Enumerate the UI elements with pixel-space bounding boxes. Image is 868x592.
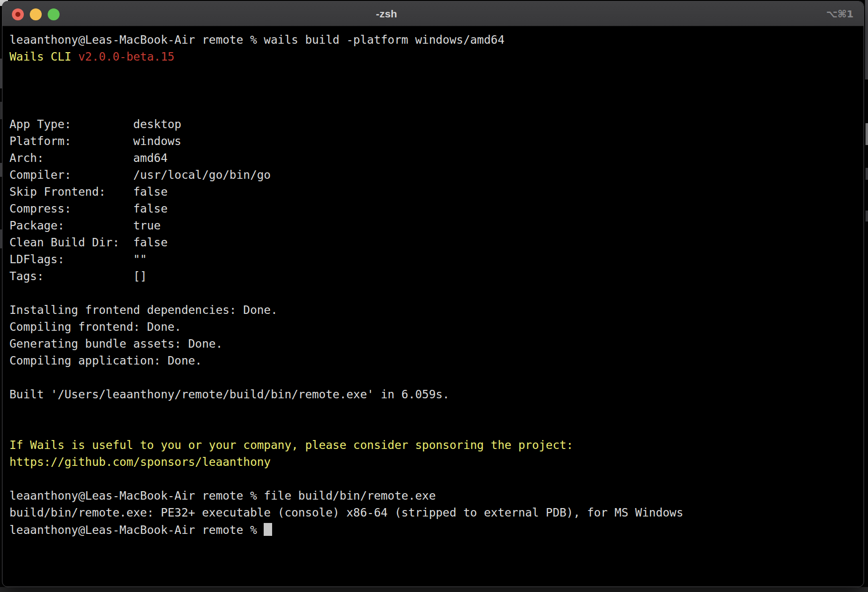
terminal-line: Arch: amd64 [9,149,864,166]
terminal-text: Compiling application: Done. [9,354,202,367]
window-titlebar[interactable]: -zsh ⌥⌘1 [2,1,864,26]
terminal-line: LDFlags: "" [9,251,864,268]
terminal-text: Generating bundle assets: Done. [9,337,222,350]
terminal-text: leaanthony@Leas-MacBook-Air remote % fil… [9,489,436,502]
terminal-line [9,369,864,386]
terminal-line [9,65,864,82]
terminal-text: Arch: amd64 [9,151,168,164]
terminal-line: Skip Frontend: false [9,183,864,200]
terminal-line [9,285,864,301]
terminal-line: App Type: desktop [9,116,864,133]
terminal-text: Installing frontend dependencies: Done. [9,303,278,316]
terminal-line: Platform: windows [9,133,864,149]
terminal-line: leaanthony@Leas-MacBook-Air remote % fil… [9,487,864,504]
terminal-window: -zsh ⌥⌘1 leaanthony@Leas-MacBook-Air rem… [2,1,864,587]
terminal-text: LDFlags: "" [9,253,147,266]
terminal-output[interactable]: leaanthony@Leas-MacBook-Air remote % wai… [2,26,864,538]
terminal-text: Skip Frontend: false [9,185,168,198]
traffic-lights [12,8,60,20]
terminal-text: Compiling frontend: Done. [9,320,181,333]
terminal-line: Compress: false [9,200,864,217]
terminal-line: Generating bundle assets: Done. [9,335,864,352]
terminal-text: Clean Build Dir: false [9,236,168,249]
terminal-line: Compiler: /usr/local/go/bin/go [9,166,864,183]
terminal-cursor [264,523,272,536]
terminal-text: App Type: desktop [9,118,181,131]
background-window-fragment [866,123,868,145]
terminal-line [9,82,864,99]
zoom-button[interactable] [48,8,60,20]
terminal-line: Compiling frontend: Done. [9,318,864,335]
terminal-text: build/bin/remote.exe: PE32+ executable (… [9,506,683,519]
terminal-line: If Wails is useful to you or your compan… [9,437,864,453]
terminal-line: Clean Build Dir: false [9,234,864,251]
background-window-fragment [0,587,868,592]
window-title: -zsh [376,1,397,26]
terminal-line: Installing frontend dependencies: Done. [9,301,864,318]
terminal-text: Compress: false [9,202,168,215]
terminal-text: If Wails is useful to you or your compan… [9,439,573,451]
terminal-line: https://github.com/sponsors/leaanthony [9,453,864,470]
terminal-text: https://github.com/sponsors/leaanthony [9,455,271,468]
terminal-line: Built '/Users/leaanthony/remote/build/bi… [9,386,864,403]
terminal-text: Wails CLI [9,50,78,63]
close-button[interactable] [12,8,24,20]
terminal-text: Compiler: /usr/local/go/bin/go [9,168,271,181]
terminal-line [9,420,864,437]
terminal-line: Wails CLI v2.0.0-beta.15 [9,48,864,65]
terminal-line: leaanthony@Leas-MacBook-Air remote % wai… [9,31,864,48]
terminal-line: Package: true [9,217,864,234]
terminal-line [9,470,864,487]
terminal-line: Tags: [] [9,268,864,285]
terminal-text: leaanthony@Leas-MacBook-Air remote % wai… [9,33,505,46]
background-window-fragment [866,168,868,180]
terminal-line: Compiling application: Done. [9,352,864,369]
terminal-text: Tags: [] [9,270,147,283]
terminal-text: Built '/Users/leaanthony/remote/build/bi… [9,388,449,401]
tab-shortcut-label: ⌥⌘1 [826,1,854,26]
terminal-line [9,403,864,420]
terminal-line: build/bin/remote.exe: PE32+ executable (… [9,504,864,521]
background-window-fragment [865,0,868,79]
terminal-text: leaanthony@Leas-MacBook-Air remote % [9,523,264,536]
background-window-fragment [866,211,868,222]
minimize-button[interactable] [30,8,42,20]
terminal-text: Package: true [9,219,161,232]
terminal-text: Platform: windows [9,135,181,148]
terminal-line: leaanthony@Leas-MacBook-Air remote % [9,521,864,538]
terminal-line [9,99,864,116]
terminal-text: v2.0.0-beta.15 [78,50,174,63]
